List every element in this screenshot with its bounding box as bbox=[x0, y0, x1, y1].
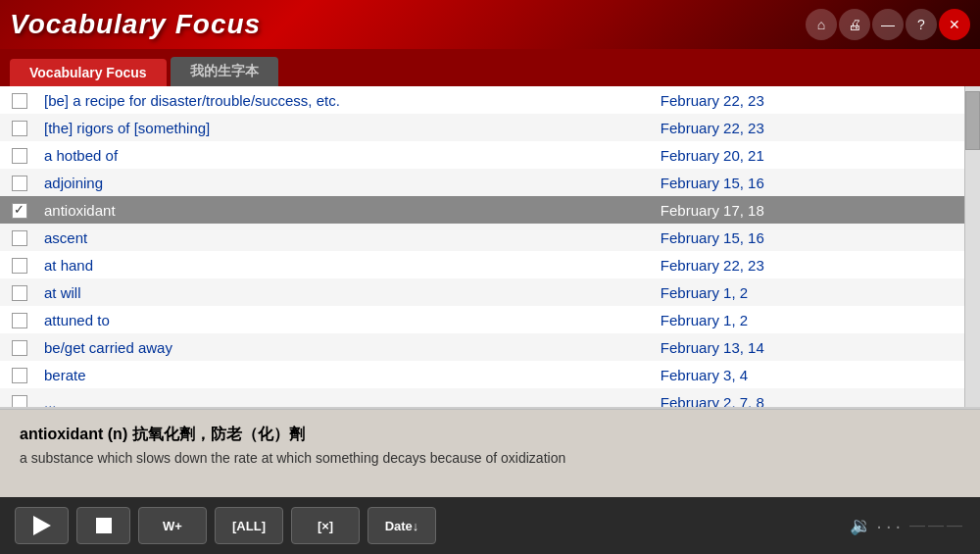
table-row[interactable]: attuned toFebruary 1, 2 bbox=[0, 306, 980, 333]
close-button[interactable]: ✕ bbox=[939, 9, 970, 40]
date-cell: February 15, 16 bbox=[651, 224, 964, 251]
title-bar: Vocabulary Focus ⌂ 🖨 — ? ✕ bbox=[0, 0, 980, 49]
checkbox[interactable] bbox=[12, 176, 27, 191]
word-cell: adjoining bbox=[39, 169, 651, 196]
checkbox[interactable] bbox=[12, 230, 27, 246]
word-cell: at will bbox=[39, 278, 651, 306]
date-cell: February 17, 18 bbox=[651, 196, 964, 224]
checkbox[interactable] bbox=[12, 285, 27, 301]
checkbox[interactable] bbox=[12, 121, 27, 136]
table-row[interactable]: ...February 2, 7, 8 bbox=[0, 388, 980, 409]
checkbox[interactable] bbox=[12, 368, 27, 383]
play-icon bbox=[33, 516, 51, 535]
app-title: Vocabulary Focus bbox=[10, 9, 261, 40]
minimize-button[interactable]: — bbox=[872, 9, 904, 40]
clear-button[interactable]: [×] bbox=[291, 507, 360, 544]
table-row[interactable]: be/get carried awayFebruary 13, 14 bbox=[0, 333, 980, 361]
tab-my-wordbook[interactable]: 我的生字本 bbox=[171, 57, 278, 86]
checkbox[interactable] bbox=[12, 313, 27, 328]
checkbox-cell[interactable] bbox=[0, 141, 39, 169]
definition-area: antioxidant (n) 抗氧化劑，防老（化）劑 a substance … bbox=[0, 409, 980, 497]
scrollbar-thumb[interactable] bbox=[965, 91, 980, 150]
word-cell: be/get carried away bbox=[39, 333, 651, 361]
date-cell: February 3, 4 bbox=[651, 361, 964, 388]
volume-area: 🔉 ··· ——— bbox=[850, 515, 965, 537]
vocab-table: [be] a recipe for disaster/trouble/succe… bbox=[0, 86, 980, 409]
checkbox[interactable] bbox=[12, 395, 27, 409]
table-row[interactable]: a hotbed ofFebruary 20, 21 bbox=[0, 141, 980, 169]
home-button[interactable]: ⌂ bbox=[806, 9, 837, 40]
word-cell: [the] rigors of [something] bbox=[39, 114, 651, 141]
word-cell: ascent bbox=[39, 224, 651, 251]
checkbox-cell[interactable] bbox=[0, 388, 39, 409]
tab-bar: Vocabulary Focus 我的生字本 bbox=[0, 49, 980, 86]
checkbox-cell[interactable] bbox=[0, 278, 39, 306]
table-row[interactable]: at willFebruary 1, 2 bbox=[0, 278, 980, 306]
word-cell: a hotbed of bbox=[39, 141, 651, 169]
checkbox-cell[interactable] bbox=[0, 114, 39, 141]
checkbox-cell[interactable] bbox=[0, 86, 39, 114]
print-button[interactable]: 🖨 bbox=[839, 9, 870, 40]
definition-word: antioxidant (n) 抗氧化劑，防老（化）劑 bbox=[20, 425, 960, 445]
table-row[interactable]: adjoiningFebruary 15, 16 bbox=[0, 169, 980, 196]
main-content: [be] a recipe for disaster/trouble/succe… bbox=[0, 86, 980, 554]
table-row[interactable]: ascentFebruary 15, 16 bbox=[0, 224, 980, 251]
checkbox-cell[interactable] bbox=[0, 306, 39, 333]
add-word-button[interactable]: W+ bbox=[138, 507, 207, 544]
definition-text: a substance which slows down the rate at… bbox=[20, 450, 960, 466]
scrollbar[interactable] bbox=[964, 86, 980, 407]
word-cell: at hand bbox=[39, 251, 651, 278]
table-row[interactable]: [be] a recipe for disaster/trouble/succe… bbox=[0, 86, 980, 114]
date-cell: February 13, 14 bbox=[651, 333, 964, 361]
checkbox[interactable] bbox=[12, 148, 27, 164]
date-cell: February 22, 23 bbox=[651, 114, 964, 141]
date-cell: February 22, 23 bbox=[651, 86, 964, 114]
help-button[interactable]: ? bbox=[906, 9, 937, 40]
date-cell: February 2, 7, 8 bbox=[651, 388, 964, 409]
stop-button[interactable] bbox=[76, 507, 130, 544]
checkbox-cell[interactable] bbox=[0, 224, 39, 251]
checkbox-cell[interactable] bbox=[0, 361, 39, 388]
window-controls: ⌂ 🖨 — ? ✕ bbox=[806, 9, 970, 40]
checkbox[interactable] bbox=[12, 340, 27, 356]
vocab-list-container: [be] a recipe for disaster/trouble/succe… bbox=[0, 86, 980, 409]
select-all-button[interactable]: [ALL] bbox=[215, 507, 283, 544]
checkbox-cell[interactable] bbox=[0, 333, 39, 361]
bottom-bar: W+ [ALL] [×] Date↓ 🔉 ··· ——— bbox=[0, 497, 980, 554]
word-cell: [be] a recipe for disaster/trouble/succe… bbox=[39, 86, 651, 114]
sort-date-button[interactable]: Date↓ bbox=[368, 507, 436, 544]
volume-icon: 🔉 bbox=[850, 515, 871, 536]
date-cell: February 15, 16 bbox=[651, 169, 964, 196]
tab-vocabulary-focus[interactable]: Vocabulary Focus bbox=[10, 59, 167, 86]
checkbox-cell[interactable] bbox=[0, 196, 39, 224]
date-cell: February 22, 23 bbox=[651, 251, 964, 278]
play-button[interactable] bbox=[15, 507, 69, 544]
checkbox[interactable] bbox=[12, 93, 27, 109]
word-cell: attuned to bbox=[39, 306, 651, 333]
word-cell: berate bbox=[39, 361, 651, 388]
date-cell: February 20, 21 bbox=[651, 141, 964, 169]
volume-lines: ——— bbox=[909, 517, 965, 534]
checkbox-cell[interactable] bbox=[0, 251, 39, 278]
date-cell: February 1, 2 bbox=[651, 278, 964, 306]
checkbox[interactable] bbox=[12, 203, 27, 219]
stop-icon bbox=[96, 518, 112, 533]
checkbox[interactable] bbox=[12, 258, 27, 274]
table-row[interactable]: [the] rigors of [something]February 22, … bbox=[0, 114, 980, 141]
volume-dots: ··· bbox=[876, 515, 905, 537]
date-cell: February 1, 2 bbox=[651, 306, 964, 333]
table-row[interactable]: berateFebruary 3, 4 bbox=[0, 361, 980, 388]
word-cell: ... bbox=[39, 388, 651, 409]
table-row[interactable]: at handFebruary 22, 23 bbox=[0, 251, 980, 278]
table-row[interactable]: antioxidantFebruary 17, 18 bbox=[0, 196, 980, 224]
checkbox-cell[interactable] bbox=[0, 169, 39, 196]
word-cell: antioxidant bbox=[39, 196, 651, 224]
